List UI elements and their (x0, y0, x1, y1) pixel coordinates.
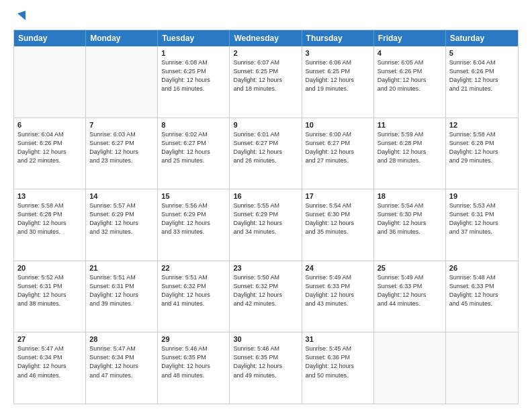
calendar-week-2: 6Sunrise: 6:04 AM Sunset: 6:26 PM Daylig… (14, 118, 518, 190)
calendar-cell: 26Sunrise: 5:48 AM Sunset: 6:33 PM Dayli… (446, 261, 518, 332)
logo-text (13, 11, 26, 24)
calendar-cell: 21Sunrise: 5:51 AM Sunset: 6:31 PM Dayli… (86, 261, 158, 332)
day-info: Sunrise: 5:46 AM Sunset: 6:35 PM Dayligh… (233, 345, 298, 379)
calendar-cell: 25Sunrise: 5:49 AM Sunset: 6:33 PM Dayli… (374, 261, 446, 332)
calendar-cell: 9Sunrise: 6:01 AM Sunset: 6:27 PM Daylig… (230, 118, 302, 189)
day-info: Sunrise: 5:53 AM Sunset: 6:31 PM Dayligh… (449, 201, 515, 236)
day-info: Sunrise: 6:00 AM Sunset: 6:27 PM Dayligh… (306, 130, 370, 165)
calendar-cell: 13Sunrise: 5:58 AM Sunset: 6:28 PM Dayli… (14, 189, 86, 261)
calendar-cell: 31Sunrise: 5:45 AM Sunset: 6:36 PM Dayli… (302, 332, 374, 404)
calendar-cell: 12Sunrise: 5:58 AM Sunset: 6:28 PM Dayli… (446, 118, 518, 189)
calendar-cell: 27Sunrise: 5:47 AM Sunset: 6:34 PM Dayli… (14, 332, 86, 404)
calendar-cell (374, 332, 446, 404)
day-info: Sunrise: 6:05 AM Sunset: 6:26 PM Dayligh… (378, 58, 442, 93)
calendar: SundayMondayTuesdayWednesdayThursdayFrid… (13, 30, 519, 404)
calendar-cell: 17Sunrise: 5:54 AM Sunset: 6:30 PM Dayli… (302, 189, 374, 261)
day-info: Sunrise: 6:04 AM Sunset: 6:26 PM Dayligh… (449, 58, 515, 93)
calendar-week-4: 20Sunrise: 5:52 AM Sunset: 6:31 PM Dayli… (14, 261, 518, 333)
day-info: Sunrise: 6:03 AM Sunset: 6:27 PM Dayligh… (89, 130, 154, 165)
day-info: Sunrise: 5:51 AM Sunset: 6:32 PM Dayligh… (161, 273, 226, 308)
calendar-cell: 1Sunrise: 6:08 AM Sunset: 6:25 PM Daylig… (158, 46, 230, 118)
calendar-cell: 19Sunrise: 5:53 AM Sunset: 6:31 PM Dayli… (446, 189, 518, 261)
day-number: 9 (233, 121, 298, 129)
day-info: Sunrise: 5:58 AM Sunset: 6:28 PM Dayligh… (17, 201, 82, 236)
day-number: 24 (306, 264, 370, 272)
day-number: 19 (449, 192, 515, 200)
day-info: Sunrise: 5:51 AM Sunset: 6:31 PM Dayligh… (89, 273, 154, 308)
calendar-cell: 30Sunrise: 5:46 AM Sunset: 6:35 PM Dayli… (230, 332, 302, 404)
day-number: 4 (378, 49, 442, 57)
calendar-cell: 4Sunrise: 6:05 AM Sunset: 6:26 PM Daylig… (374, 46, 446, 118)
day-info: Sunrise: 5:49 AM Sunset: 6:33 PM Dayligh… (378, 273, 442, 308)
calendar-cell: 11Sunrise: 5:59 AM Sunset: 6:28 PM Dayli… (374, 118, 446, 189)
day-number: 30 (233, 335, 298, 343)
day-info: Sunrise: 6:02 AM Sunset: 6:27 PM Dayligh… (161, 130, 226, 165)
day-info: Sunrise: 5:52 AM Sunset: 6:31 PM Dayligh… (17, 273, 82, 308)
day-number: 31 (306, 335, 370, 343)
day-info: Sunrise: 5:46 AM Sunset: 6:35 PM Dayligh… (161, 345, 226, 379)
header (13, 11, 519, 24)
day-info: Sunrise: 5:45 AM Sunset: 6:36 PM Dayligh… (306, 345, 370, 379)
day-number: 20 (17, 264, 82, 272)
svg-marker-0 (17, 11, 26, 20)
day-info: Sunrise: 5:58 AM Sunset: 6:28 PM Dayligh… (449, 130, 515, 165)
day-info: Sunrise: 5:48 AM Sunset: 6:33 PM Dayligh… (449, 273, 515, 308)
calendar-cell: 28Sunrise: 5:47 AM Sunset: 6:34 PM Dayli… (86, 332, 158, 404)
day-number: 18 (378, 192, 442, 200)
day-number: 6 (17, 121, 82, 129)
calendar-cell: 18Sunrise: 5:54 AM Sunset: 6:30 PM Dayli… (374, 189, 446, 261)
calendar-week-1: 1Sunrise: 6:08 AM Sunset: 6:25 PM Daylig… (14, 46, 518, 118)
day-info: Sunrise: 5:49 AM Sunset: 6:33 PM Dayligh… (306, 273, 370, 308)
day-number: 11 (378, 121, 442, 129)
day-number: 10 (306, 121, 370, 129)
calendar-body: 1Sunrise: 6:08 AM Sunset: 6:25 PM Daylig… (14, 46, 518, 404)
day-info: Sunrise: 6:04 AM Sunset: 6:26 PM Dayligh… (17, 130, 82, 165)
day-number: 12 (449, 121, 515, 129)
day-number: 25 (378, 264, 442, 272)
header-day-wednesday: Wednesday (230, 30, 302, 46)
day-info: Sunrise: 5:57 AM Sunset: 6:29 PM Dayligh… (89, 201, 154, 236)
day-number: 21 (89, 264, 154, 272)
header-day-friday: Friday (374, 30, 446, 46)
day-info: Sunrise: 5:56 AM Sunset: 6:29 PM Dayligh… (161, 201, 226, 236)
calendar-cell: 3Sunrise: 6:06 AM Sunset: 6:25 PM Daylig… (302, 46, 374, 118)
day-number: 27 (17, 335, 82, 343)
calendar-week-3: 13Sunrise: 5:58 AM Sunset: 6:28 PM Dayli… (14, 189, 518, 261)
day-info: Sunrise: 6:01 AM Sunset: 6:27 PM Dayligh… (233, 130, 298, 165)
day-info: Sunrise: 5:47 AM Sunset: 6:34 PM Dayligh… (89, 345, 154, 379)
day-info: Sunrise: 6:06 AM Sunset: 6:25 PM Dayligh… (306, 58, 370, 93)
calendar-cell: 24Sunrise: 5:49 AM Sunset: 6:33 PM Dayli… (302, 261, 374, 332)
calendar-cell: 5Sunrise: 6:04 AM Sunset: 6:26 PM Daylig… (446, 46, 518, 118)
calendar-cell: 15Sunrise: 5:56 AM Sunset: 6:29 PM Dayli… (158, 189, 230, 261)
day-info: Sunrise: 5:47 AM Sunset: 6:34 PM Dayligh… (17, 345, 82, 379)
header-day-thursday: Thursday (302, 30, 374, 46)
day-number: 17 (306, 192, 370, 200)
calendar-cell: 7Sunrise: 6:03 AM Sunset: 6:27 PM Daylig… (86, 118, 158, 189)
calendar-cell (86, 46, 158, 118)
day-number: 29 (161, 335, 226, 343)
day-info: Sunrise: 6:08 AM Sunset: 6:25 PM Dayligh… (161, 58, 226, 93)
day-number: 15 (161, 192, 226, 200)
day-number: 1 (161, 49, 226, 57)
page: SundayMondayTuesdayWednesdayThursdayFrid… (0, 0, 532, 411)
logo (13, 11, 26, 24)
day-info: Sunrise: 5:50 AM Sunset: 6:32 PM Dayligh… (233, 273, 298, 308)
day-number: 22 (161, 264, 226, 272)
header-day-tuesday: Tuesday (158, 30, 230, 46)
day-number: 5 (449, 49, 515, 57)
day-number: 14 (89, 192, 154, 200)
calendar-cell: 2Sunrise: 6:07 AM Sunset: 6:25 PM Daylig… (230, 46, 302, 118)
calendar-header: SundayMondayTuesdayWednesdayThursdayFrid… (14, 30, 518, 46)
calendar-cell: 6Sunrise: 6:04 AM Sunset: 6:26 PM Daylig… (14, 118, 86, 189)
calendar-week-5: 27Sunrise: 5:47 AM Sunset: 6:34 PM Dayli… (14, 332, 518, 404)
header-day-sunday: Sunday (14, 30, 86, 46)
calendar-cell: 23Sunrise: 5:50 AM Sunset: 6:32 PM Dayli… (230, 261, 302, 332)
calendar-cell: 14Sunrise: 5:57 AM Sunset: 6:29 PM Dayli… (86, 189, 158, 261)
day-info: Sunrise: 5:59 AM Sunset: 6:28 PM Dayligh… (378, 130, 442, 165)
header-day-monday: Monday (86, 30, 158, 46)
calendar-cell: 20Sunrise: 5:52 AM Sunset: 6:31 PM Dayli… (14, 261, 86, 332)
calendar-cell: 29Sunrise: 5:46 AM Sunset: 6:35 PM Dayli… (158, 332, 230, 404)
day-number: 3 (306, 49, 370, 57)
day-number: 23 (233, 264, 298, 272)
day-number: 2 (233, 49, 298, 57)
